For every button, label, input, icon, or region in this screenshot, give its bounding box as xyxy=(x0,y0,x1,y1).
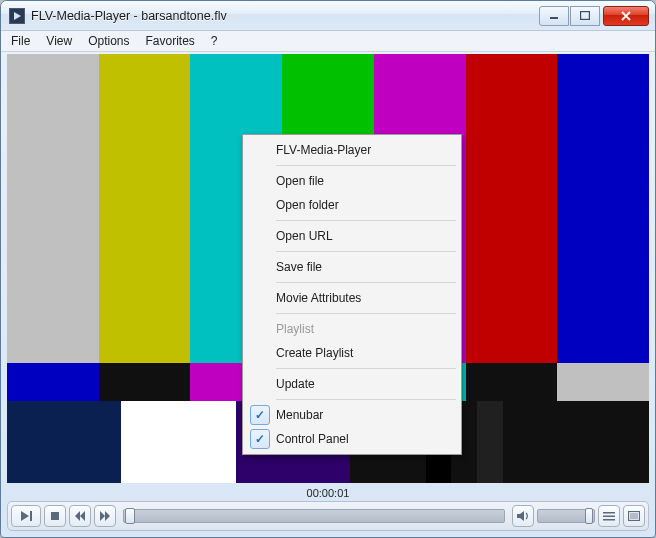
volume-slider[interactable] xyxy=(537,509,595,523)
svg-rect-1 xyxy=(550,17,558,19)
svg-rect-13 xyxy=(603,519,615,521)
next-button[interactable] xyxy=(94,505,116,527)
svg-rect-4 xyxy=(30,511,32,521)
cm-update[interactable]: Update xyxy=(246,372,458,396)
prev-button[interactable] xyxy=(69,505,91,527)
close-button[interactable] xyxy=(603,6,649,26)
cm-open-file[interactable]: Open file xyxy=(246,169,458,193)
cm-create-playlist[interactable]: Create Playlist xyxy=(246,341,458,365)
volume-thumb[interactable] xyxy=(585,508,593,524)
svg-rect-15 xyxy=(630,513,638,519)
play-button[interactable] xyxy=(11,505,41,527)
app-icon xyxy=(9,8,25,24)
svg-marker-8 xyxy=(100,511,105,521)
menu-view[interactable]: View xyxy=(38,31,80,51)
forward-icon xyxy=(100,511,110,521)
window-title: FLV-Media-Player - barsandtone.flv xyxy=(31,9,539,23)
stop-icon xyxy=(50,511,60,521)
timecode: 00:00:01 xyxy=(7,487,649,501)
cm-movie-attributes[interactable]: Movie Attributes xyxy=(246,286,458,310)
volume-button[interactable] xyxy=(512,505,534,527)
menu-help[interactable]: ? xyxy=(203,31,226,51)
seek-thumb[interactable] xyxy=(125,508,135,524)
check-icon: ✓ xyxy=(250,405,270,425)
rewind-icon xyxy=(75,511,85,521)
cm-control-panel-label: Control Panel xyxy=(276,432,349,446)
titlebar[interactable]: FLV-Media-Player - barsandtone.flv xyxy=(1,1,655,31)
cm-app-name[interactable]: FLV-Media-Player xyxy=(246,138,458,162)
fullscreen-icon xyxy=(628,511,640,521)
svg-rect-11 xyxy=(603,512,615,514)
cm-menubar-label: Menubar xyxy=(276,408,323,422)
context-menu: FLV-Media-Player Open file Open folder O… xyxy=(242,134,462,455)
svg-rect-5 xyxy=(51,512,59,520)
app-window: FLV-Media-Player - barsandtone.flv File … xyxy=(0,0,656,538)
svg-marker-9 xyxy=(105,511,110,521)
cm-playlist: Playlist xyxy=(246,317,458,341)
play-icon xyxy=(19,511,33,521)
cm-menubar[interactable]: ✓ Menubar xyxy=(246,403,458,427)
menu-options[interactable]: Options xyxy=(80,31,137,51)
video-area[interactable]: FLV-Media-Player Open file Open folder O… xyxy=(7,54,649,483)
control-panel: 00:00:01 xyxy=(7,487,649,531)
cm-open-url[interactable]: Open URL xyxy=(246,224,458,248)
svg-marker-3 xyxy=(21,511,29,521)
svg-marker-0 xyxy=(14,12,21,20)
menu-favorites[interactable]: Favorites xyxy=(138,31,203,51)
svg-marker-6 xyxy=(75,511,80,521)
fullscreen-button[interactable] xyxy=(623,505,645,527)
menubar: File View Options Favorites ? xyxy=(1,31,655,52)
maximize-button[interactable] xyxy=(570,6,600,26)
playlist-button[interactable] xyxy=(598,505,620,527)
stop-button[interactable] xyxy=(44,505,66,527)
window-buttons xyxy=(539,6,649,26)
speaker-icon xyxy=(516,510,530,522)
cm-control-panel[interactable]: ✓ Control Panel xyxy=(246,427,458,451)
svg-rect-2 xyxy=(581,12,590,20)
check-icon: ✓ xyxy=(250,429,270,449)
minimize-button[interactable] xyxy=(539,6,569,26)
list-icon xyxy=(603,511,615,521)
menu-file[interactable]: File xyxy=(3,31,38,51)
svg-rect-12 xyxy=(603,516,615,518)
svg-marker-7 xyxy=(80,511,85,521)
seek-slider[interactable] xyxy=(123,509,505,523)
cm-save-file[interactable]: Save file xyxy=(246,255,458,279)
svg-marker-10 xyxy=(517,511,524,521)
cm-open-folder[interactable]: Open folder xyxy=(246,193,458,217)
